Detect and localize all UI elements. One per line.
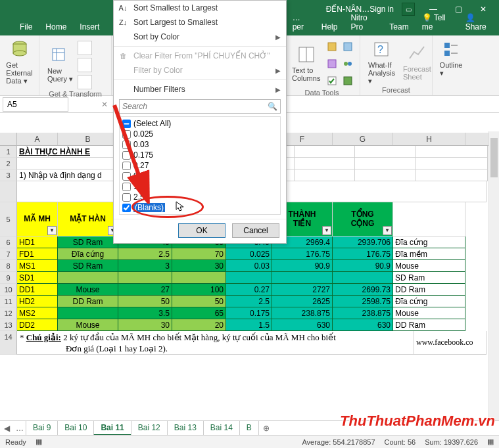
cell[interactable]: 20 xyxy=(172,319,226,331)
cell[interactable]: 3 xyxy=(118,260,172,272)
cell[interactable]: Đĩa cứng xyxy=(393,236,465,248)
recent-sources-button[interactable] xyxy=(78,75,92,89)
col-mat-hang[interactable]: MẶT HÀN▾ xyxy=(58,202,118,236)
share-button[interactable]: 👤 Share xyxy=(459,10,499,35)
filter-button[interactable]: ▾ xyxy=(47,226,57,235)
sheet-tab[interactable]: B xyxy=(239,421,259,436)
filter-button[interactable]: ▾ xyxy=(383,226,392,235)
manage-data-model-button[interactable] xyxy=(341,74,355,88)
cell[interactable]: 2699.73 xyxy=(333,284,393,296)
tab-insert[interactable]: Insert xyxy=(73,19,106,35)
cell[interactable]: 50 xyxy=(118,296,172,307)
filter-checkbox[interactable] xyxy=(122,162,131,170)
row-header[interactable]: 9 xyxy=(0,272,17,284)
cell[interactable]: DD2 xyxy=(17,319,58,331)
cell[interactable] xyxy=(118,272,172,284)
sort-by-color-item[interactable]: Sort by Color ▶ xyxy=(114,30,286,44)
cell[interactable]: SD1 xyxy=(17,272,58,284)
cell[interactable]: HD1 xyxy=(17,236,58,248)
view-normal-icon[interactable]: ▦ xyxy=(487,437,494,446)
cell[interactable]: 50 xyxy=(172,296,226,307)
cell[interactable]: 70 xyxy=(172,248,226,260)
row-header[interactable]: 3 xyxy=(0,169,17,181)
cell[interactable]: 30 xyxy=(118,319,172,331)
cell[interactable]: 1.5 xyxy=(226,319,272,331)
sheet-nav-prev[interactable]: ◀ xyxy=(0,424,13,433)
ok-button[interactable]: OK xyxy=(178,223,226,238)
row-header[interactable]: 8 xyxy=(0,260,17,272)
cell[interactable]: 2.5 xyxy=(118,248,172,260)
cell[interactable]: 2598.75 xyxy=(333,296,393,307)
cell[interactable]: HD2 xyxy=(17,296,58,307)
cell[interactable]: 0.27 xyxy=(226,284,272,296)
row-header[interactable]: 5 xyxy=(0,202,17,236)
filter-option[interactable]: 0.03 xyxy=(122,139,277,150)
cell[interactable]: 3.5 xyxy=(118,307,172,319)
tab-developer-partial[interactable]: …per xyxy=(286,10,315,35)
footnote-cell[interactable]: * Chú giải: 2 ký tự đầu của MÃ MH cho bi… xyxy=(17,331,414,355)
from-table-button[interactable] xyxy=(78,58,92,72)
cell[interactable]: 238.875 xyxy=(272,307,333,319)
tab-home[interactable]: Home xyxy=(39,19,73,35)
number-filters-item[interactable]: Number Filters ▶ xyxy=(114,82,286,97)
cell[interactable]: Đĩa mềm xyxy=(393,248,465,260)
cell[interactable]: 100 xyxy=(172,284,226,296)
sheet-tab[interactable]: Bai 11 xyxy=(93,421,131,436)
text-to-columns-button[interactable]: Text to Columns xyxy=(288,37,324,89)
filter-search-input[interactable] xyxy=(122,102,268,111)
cell[interactable]: www.facebook.co xyxy=(414,331,487,355)
filter-checkbox[interactable] xyxy=(122,183,131,191)
row-header[interactable]: 10 xyxy=(0,284,17,296)
cell[interactable]: 0.03 xyxy=(226,260,272,272)
macro-record-icon[interactable]: ▦ xyxy=(36,437,42,446)
col-header-H[interactable]: H xyxy=(393,133,465,145)
cell[interactable]: Mouse xyxy=(58,319,118,331)
row-header[interactable]: 7 xyxy=(0,248,17,260)
filter-checkbox[interactable] xyxy=(122,130,131,139)
cell[interactable] xyxy=(58,272,118,284)
cell[interactable]: Mouse xyxy=(393,307,465,319)
tab-tell-me[interactable]: 💡 Tell me xyxy=(416,10,459,35)
filter-option[interactable]: 0.175 xyxy=(122,150,277,160)
cancel-button[interactable]: Cancel xyxy=(232,223,279,238)
row-header[interactable]: 11 xyxy=(0,296,17,307)
cell[interactable]: 65 xyxy=(172,307,226,319)
cell[interactable]: 1) Nhập và định dạng d xyxy=(17,169,118,181)
sheet-tab[interactable]: Bai 10 xyxy=(57,421,94,436)
cell[interactable] xyxy=(333,272,393,284)
cell[interactable]: Mouse xyxy=(58,284,118,296)
cell[interactable]: 2.5 xyxy=(226,296,272,307)
cell[interactable]: 27 xyxy=(118,284,172,296)
filter-values-list[interactable]: (Select All)0.0250.030.1750.270.491.52.5… xyxy=(119,116,281,215)
cell[interactable]: 630 xyxy=(333,319,393,331)
cell[interactable]: 630 xyxy=(272,319,333,331)
col-header-A[interactable]: A xyxy=(17,133,58,145)
cell[interactable]: Đĩa cứng xyxy=(393,296,465,307)
row-header[interactable]: 14 xyxy=(0,331,17,355)
filter-checkbox[interactable] xyxy=(122,120,131,128)
cell[interactable]: SD Ram xyxy=(58,260,118,272)
cell[interactable]: MS2 xyxy=(17,307,58,319)
tab-help[interactable]: Help xyxy=(315,19,345,35)
cancel-entry-icon[interactable]: ✕ xyxy=(101,100,108,109)
cell[interactable] xyxy=(58,307,118,319)
sort-descending-item[interactable]: Z↓ Sort Largest to Smallest xyxy=(114,15,286,30)
sheet-tab[interactable]: Bai 12 xyxy=(131,421,168,436)
cell[interactable]: 176.75 xyxy=(333,248,393,260)
col-header-G[interactable]: G xyxy=(333,133,393,145)
remove-duplicates-button[interactable] xyxy=(325,56,339,71)
cell[interactable]: FD1 xyxy=(17,248,58,260)
filter-checkbox[interactable] xyxy=(122,141,131,149)
filter-option[interactable]: (Select All) xyxy=(122,118,277,129)
tab-file[interactable]: File xyxy=(13,19,39,35)
cell[interactable] xyxy=(172,272,226,284)
cell[interactable]: MS1 xyxy=(17,260,58,272)
cell[interactable]: Mouse xyxy=(393,260,465,272)
cell[interactable]: 2625 xyxy=(272,296,333,307)
cell[interactable]: DD Ram xyxy=(393,319,465,331)
cell[interactable]: 90.9 xyxy=(333,260,393,272)
filter-option[interactable]: 0.025 xyxy=(122,129,277,139)
filter-checkbox[interactable] xyxy=(122,151,131,160)
tab-team[interactable]: Team xyxy=(383,19,415,35)
row-header[interactable]: 1 xyxy=(0,146,17,158)
